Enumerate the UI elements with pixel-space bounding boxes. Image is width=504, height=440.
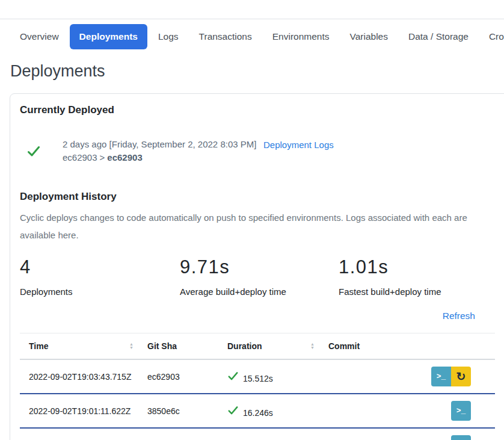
stat-fastest-time-value: 1.01s bbox=[339, 256, 499, 278]
stat-deployments-label: Deployments bbox=[20, 287, 180, 297]
cell-actions: >_ bbox=[405, 435, 495, 440]
sort-icon: ▲▼ bbox=[310, 342, 315, 350]
check-icon bbox=[227, 404, 239, 416]
page-header-divider bbox=[0, 0, 504, 19]
table-row: 2022-09-02T19:03:43.715Z ec62903 15.512s… bbox=[20, 360, 495, 394]
cell-time: 2022-09-02T19:01:11.622Z bbox=[20, 406, 138, 416]
deployments-card: Currently Deployed 2 days ago [Friday, S… bbox=[10, 93, 504, 440]
check-icon bbox=[227, 370, 239, 382]
table-row: 2022-09-02T18:58:34.541Z bfce9b9 >_ bbox=[20, 429, 495, 440]
terminal-icon[interactable]: >_ bbox=[451, 435, 471, 440]
cell-duration: 16.246s bbox=[218, 404, 319, 418]
stat-fastest-time-label: Fastest build+deploy time bbox=[339, 287, 499, 297]
tab-logs[interactable]: Logs bbox=[149, 24, 188, 49]
terminal-icon[interactable]: >_ bbox=[431, 367, 451, 386]
deployments-table: Time ▲▼ Git Sha Duration ▲▼ Commit 2022-… bbox=[20, 333, 495, 440]
deployed-commit: ec62903>ec62903 bbox=[63, 151, 263, 164]
currently-deployed-row: 2 days ago [Friday, September 2, 2022 8:… bbox=[20, 138, 499, 164]
cell-duration: 15.512s bbox=[218, 370, 319, 383]
tab-transactions[interactable]: Transactions bbox=[189, 24, 262, 49]
tab-environments[interactable]: Environments bbox=[263, 24, 339, 49]
deployed-time: 2 days ago [Friday, September 2, 2022 8:… bbox=[63, 138, 263, 151]
terminal-icon[interactable]: >_ bbox=[451, 401, 471, 421]
column-header-duration[interactable]: Duration ▲▼ bbox=[218, 341, 319, 351]
sort-icon: ▲▼ bbox=[129, 342, 134, 350]
table-header-row: Time ▲▼ Git Sha Duration ▲▼ Commit bbox=[20, 333, 495, 360]
app-tabs: Overview Deployments Logs Transactions E… bbox=[0, 19, 504, 49]
tab-deployments[interactable]: Deployments bbox=[70, 24, 147, 49]
cell-actions: >_ bbox=[405, 401, 495, 421]
cell-git-sha: ec62903 bbox=[138, 372, 218, 382]
column-header-time[interactable]: Time ▲▼ bbox=[20, 341, 138, 351]
cell-actions: >_ ↻ bbox=[405, 367, 495, 386]
table-row: 2022-09-02T19:01:11.622Z 3850e6c 16.246s… bbox=[20, 394, 495, 429]
deployment-stats: 4 Deployments 9.71s Average build+deploy… bbox=[20, 256, 499, 297]
stat-deployments: 4 Deployments bbox=[20, 256, 180, 297]
page-title: Deployments bbox=[10, 62, 504, 81]
column-header-commit: Commit bbox=[319, 341, 405, 351]
currently-deployed-heading: Currently Deployed bbox=[20, 104, 499, 116]
stat-average-time-label: Average build+deploy time bbox=[180, 287, 339, 297]
refresh-link[interactable]: Refresh bbox=[443, 311, 475, 321]
stat-average-time: 9.71s Average build+deploy time bbox=[180, 256, 339, 297]
deployment-logs-link[interactable]: Deployment Logs bbox=[263, 140, 334, 150]
deployment-history-heading: Deployment History bbox=[20, 191, 499, 203]
tab-overview[interactable]: Overview bbox=[10, 24, 69, 49]
stat-fastest-time: 1.01s Fastest build+deploy time bbox=[339, 256, 499, 297]
cell-time: 2022-09-02T19:03:43.715Z bbox=[20, 372, 138, 382]
stat-average-time-value: 9.71s bbox=[180, 256, 339, 278]
tab-crons[interactable]: Crons bbox=[479, 24, 504, 49]
redeploy-icon[interactable]: ↻ bbox=[451, 367, 471, 386]
deployment-history-description: Cyclic deploys changes to code automatic… bbox=[20, 209, 496, 244]
stat-deployments-value: 4 bbox=[20, 256, 180, 278]
check-icon bbox=[26, 144, 42, 158]
column-header-git-sha: Git Sha bbox=[138, 341, 218, 351]
tab-data-storage[interactable]: Data / Storage bbox=[399, 24, 478, 49]
cell-git-sha: 3850e6c bbox=[138, 406, 218, 416]
tab-variables[interactable]: Variables bbox=[340, 24, 398, 49]
current-deployment-info: 2 days ago [Friday, September 2, 2022 8:… bbox=[63, 138, 263, 164]
refresh-row: Refresh bbox=[20, 311, 475, 321]
